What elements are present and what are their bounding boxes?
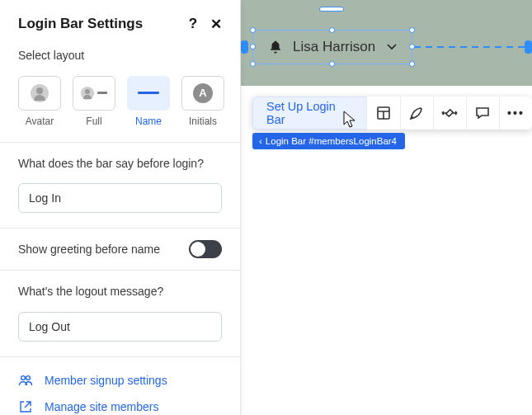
bell-icon: [268, 40, 283, 54]
chevron-down-icon: [385, 40, 398, 55]
greeting-toggle[interactable]: [189, 240, 222, 258]
member-signup-link[interactable]: Member signup settings: [18, 367, 222, 394]
svg-point-1: [26, 375, 31, 380]
layout-caption: Name: [135, 116, 162, 127]
greeting-label: Show greeting before name: [18, 243, 189, 256]
layout-section-label: Select layout: [18, 48, 222, 64]
avatar-icon: [31, 84, 49, 102]
layout-section: Select layout Avatar Full Name A Initial…: [0, 45, 240, 142]
logout-label: What's the logout message?: [18, 284, 222, 300]
layout-caption: Avatar: [26, 116, 54, 127]
login-bar-element[interactable]: Lisa Harrison: [252, 30, 412, 64]
svg-point-0: [21, 375, 26, 380]
help-icon[interactable]: ?: [184, 15, 202, 33]
guide-end-dot: [525, 43, 532, 51]
panel-footer: Member signup settings Manage site membe…: [0, 356, 240, 415]
layout-caption: Full: [86, 116, 101, 127]
layout-options: Avatar Full Name A Initials: [18, 76, 222, 127]
greeting-row: Show greeting before name: [0, 228, 240, 270]
layout-option-initials[interactable]: A Initials: [181, 76, 224, 127]
svg-rect-3: [446, 110, 453, 116]
members-icon: [18, 375, 33, 386]
close-icon[interactable]: ✕: [207, 15, 225, 33]
layout-icon[interactable]: [366, 97, 399, 130]
layout-option-name[interactable]: Name: [127, 76, 170, 127]
initials-icon: A: [193, 83, 213, 103]
before-login-input[interactable]: [18, 183, 222, 213]
layout-caption: Initials: [189, 116, 217, 127]
editor-canvas[interactable]: Lisa Harrison Set Up Login Bar ••• ‹ Log…: [241, 0, 532, 415]
design-icon[interactable]: [400, 97, 433, 130]
element-action-bar: Set Up Login Bar •••: [252, 97, 532, 130]
element-breadcrumb-tag[interactable]: ‹ Login Bar #membersLoginBar4: [252, 133, 405, 149]
layout-option-full[interactable]: Full: [73, 76, 115, 127]
manage-members-link[interactable]: Manage site members: [18, 394, 222, 415]
more-actions-button[interactable]: •••: [499, 97, 532, 130]
element-drag-handle[interactable]: [319, 7, 344, 12]
stretch-icon[interactable]: [433, 97, 466, 130]
before-login-label: What does the bar say before login?: [18, 156, 222, 172]
member-signup-text: Member signup settings: [45, 374, 167, 387]
before-login-section: What does the bar say before login?: [0, 142, 240, 229]
logout-section: What's the logout message?: [0, 270, 240, 356]
settings-panel: Login Bar Settings ? ✕ Select layout Ava…: [0, 0, 241, 415]
setup-login-bar-button[interactable]: Set Up Login Bar: [252, 97, 366, 130]
login-bar-username: Lisa Harrison: [293, 39, 375, 55]
layout-option-avatar[interactable]: Avatar: [18, 76, 61, 127]
external-link-icon: [18, 400, 33, 413]
logout-input[interactable]: [18, 312, 222, 342]
chevron-left-icon: ‹: [259, 136, 262, 146]
avatar-name-icon: [81, 87, 107, 100]
name-line-icon: [138, 92, 159, 94]
panel-title: Login Bar Settings: [18, 16, 179, 32]
comment-icon[interactable]: [466, 97, 499, 130]
breadcrumb-text: Login Bar #membersLoginBar4: [266, 136, 397, 146]
manage-members-text: Manage site members: [45, 400, 159, 413]
panel-header: Login Bar Settings ? ✕: [0, 0, 240, 45]
